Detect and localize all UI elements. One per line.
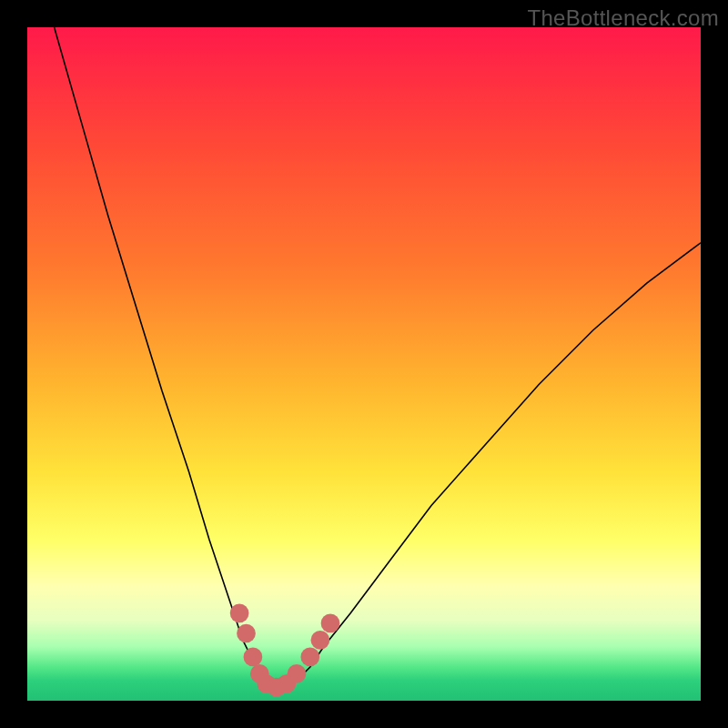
- curve-marker: [288, 664, 307, 683]
- chart-frame: TheBottleneck.com: [0, 0, 728, 728]
- curve-marker: [321, 614, 340, 633]
- curve-marker: [237, 624, 256, 643]
- curve-marker: [244, 648, 263, 667]
- watermark-text: TheBottleneck.com: [527, 5, 719, 31]
- plot-area: [27, 27, 701, 701]
- curve-layer: [27, 27, 701, 701]
- curve-marker: [311, 631, 330, 650]
- bottleneck-curve: [55, 27, 701, 687]
- curve-markers: [230, 603, 340, 696]
- curve-marker: [230, 603, 249, 622]
- curve-marker: [300, 648, 319, 667]
